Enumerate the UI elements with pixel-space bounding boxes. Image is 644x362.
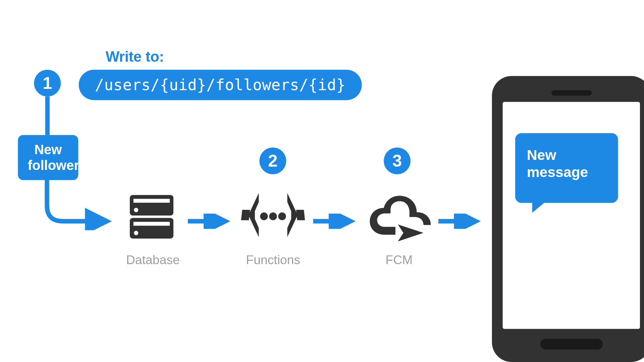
- notification-line2: message: [527, 164, 606, 181]
- write-to-label: Write to:: [106, 48, 164, 65]
- cloud-functions-icon: [240, 187, 305, 247]
- phone-screen: New message: [503, 102, 640, 329]
- functions-label: Functions: [246, 253, 300, 267]
- arrow-functions-to-fcm: [313, 214, 362, 229]
- svg-rect-4: [133, 199, 170, 203]
- svg-point-11: [278, 213, 286, 220]
- fcm-cloud-send-icon: [365, 188, 432, 246]
- svg-rect-7: [241, 210, 250, 220]
- svg-rect-0: [130, 195, 173, 216]
- fcm-label: FCM: [385, 253, 413, 267]
- phone-bezel: New message: [498, 82, 644, 356]
- arrow-fcm-to-phone: [438, 214, 488, 229]
- diagram-stage: Write to: /users/{uid}/followers/{id} 1 …: [0, 0, 644, 362]
- notification-bubble: New message: [515, 133, 618, 203]
- bubble-tail: [532, 200, 547, 213]
- svg-point-2: [134, 208, 138, 212]
- event-line1: New: [28, 142, 68, 158]
- svg-rect-5: [133, 222, 170, 226]
- svg-point-9: [260, 213, 268, 220]
- phone-speaker: [551, 90, 591, 96]
- notification-line1: New: [527, 146, 606, 164]
- arrow-follower-to-database: [43, 177, 119, 230]
- database-icon: [122, 188, 180, 246]
- step-3-badge: 3: [384, 147, 411, 174]
- phone-device: New message: [492, 76, 644, 362]
- step-2-badge: 2: [259, 147, 286, 174]
- svg-point-10: [269, 213, 277, 220]
- svg-rect-8: [296, 210, 305, 220]
- event-line2: follower: [28, 158, 68, 173]
- new-follower-event-box: New follower: [18, 135, 78, 180]
- database-path-pill: /users/{uid}/followers/{id}: [79, 70, 362, 100]
- database-label: Database: [126, 253, 180, 267]
- svg-point-3: [134, 231, 138, 235]
- arrow-database-to-functions: [188, 214, 237, 229]
- step-1-badge: 1: [34, 70, 61, 97]
- connector-step1-to-box: [45, 97, 50, 135]
- phone-home-bar: [540, 339, 603, 350]
- svg-rect-1: [130, 218, 173, 238]
